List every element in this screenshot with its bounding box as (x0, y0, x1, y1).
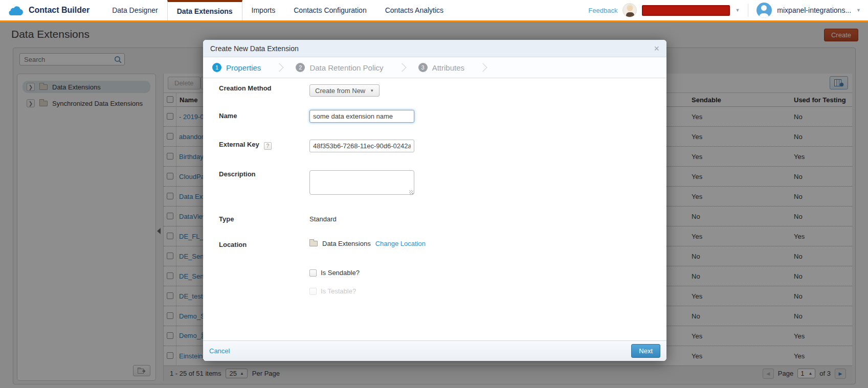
step-properties[interactable]: 1 Properties (212, 63, 261, 72)
wizard-steps: 1 Properties 2 Data Retention Policy 3 A… (203, 57, 666, 78)
modal-body: Creation Method Create from New ▼ Name E… (203, 78, 666, 340)
is-sendable-checkbox[interactable] (309, 269, 317, 277)
change-location-link[interactable]: Change Location (375, 240, 426, 247)
nav-right-cluster: Feedback ▼ mixpanel-integrations... ▼ (588, 0, 868, 20)
nav-tab-data-designer[interactable]: Data Designer (103, 0, 167, 20)
nav-tab-contacts-configuration[interactable]: Contacts Configuration (284, 0, 375, 20)
step-number: 3 (418, 63, 428, 72)
next-button[interactable]: Next (631, 344, 660, 358)
step-label: Data Retention Policy (309, 63, 383, 72)
creation-method-dropdown[interactable]: Create from New ▼ (309, 84, 380, 97)
modal-header: Create New Data Extension × (203, 40, 666, 57)
creation-method-value: Create from New (315, 87, 365, 95)
user-avatar[interactable] (756, 3, 772, 18)
location-label: Location (219, 241, 247, 248)
external-key-input[interactable] (309, 140, 414, 152)
description-textarea[interactable] (309, 170, 414, 195)
nav-tab-data-extensions[interactable]: Data Extensions (167, 0, 242, 20)
step-number: 2 (296, 63, 305, 72)
modal-title: Create New Data Extension (210, 44, 299, 53)
name-input[interactable] (309, 110, 414, 123)
salesforce-cloud-icon (7, 5, 25, 16)
chevron-down-icon[interactable]: ▼ (735, 8, 740, 13)
step-attributes[interactable]: 3 Attributes (418, 63, 464, 72)
step-data-retention-policy[interactable]: 2 Data Retention Policy (296, 63, 383, 72)
account-chevron-down-icon[interactable]: ▼ (856, 8, 861, 13)
is-sendable-label: Is Sendable? (321, 269, 360, 277)
creation-method-label: Creation Method (219, 84, 272, 92)
nav-tab-imports[interactable]: Imports (242, 0, 285, 20)
location-value: Data Extensions (322, 240, 371, 247)
external-key-label: External Key? (219, 141, 272, 150)
divider (748, 4, 748, 17)
location-row: Data Extensions Change Location (309, 240, 426, 247)
page-background: Data Extensions Create ❯ Data Extensions… (0, 22, 868, 388)
nav-tabs: Data Designer Data Extensions Imports Co… (103, 0, 453, 20)
name-label: Name (219, 112, 237, 120)
step-chevron-icon (479, 63, 487, 72)
step-number: 1 (212, 63, 221, 72)
resize-grip-icon[interactable] (409, 190, 413, 194)
top-nav: Contact Builder Data Designer Data Exten… (0, 0, 868, 22)
description-label: Description (219, 170, 256, 178)
help-icon[interactable]: ? (264, 142, 272, 150)
type-value: Standard (309, 215, 337, 223)
app-brand: Contact Builder (0, 0, 103, 20)
is-testable-checkbox (309, 288, 317, 295)
redacted-org-badge[interactable] (642, 5, 730, 16)
create-data-extension-modal: Create New Data Extension × 1 Properties… (203, 40, 666, 361)
step-chevron-icon (275, 63, 284, 72)
is-sendable-row: Is Sendable? (309, 269, 360, 277)
nav-tab-contacts-analytics[interactable]: Contacts Analytics (376, 0, 453, 20)
step-chevron-icon (397, 63, 406, 72)
step-label: Attributes (432, 63, 464, 72)
modal-footer: Cancel Next (203, 340, 666, 361)
type-label: Type (219, 215, 234, 223)
folder-icon (309, 241, 318, 246)
is-testable-label: Is Testable? (321, 287, 356, 295)
cancel-link[interactable]: Cancel (209, 347, 230, 355)
einstein-avatar-icon (622, 3, 637, 17)
close-icon[interactable]: × (654, 44, 659, 53)
is-testable-row: Is Testable? (309, 287, 356, 295)
chevron-down-icon: ▼ (370, 88, 374, 93)
account-menu-label[interactable]: mixpanel-integrations... (777, 6, 851, 14)
step-label: Properties (226, 63, 261, 72)
app-title: Contact Builder (29, 6, 90, 15)
feedback-link[interactable]: Feedback (588, 7, 617, 14)
